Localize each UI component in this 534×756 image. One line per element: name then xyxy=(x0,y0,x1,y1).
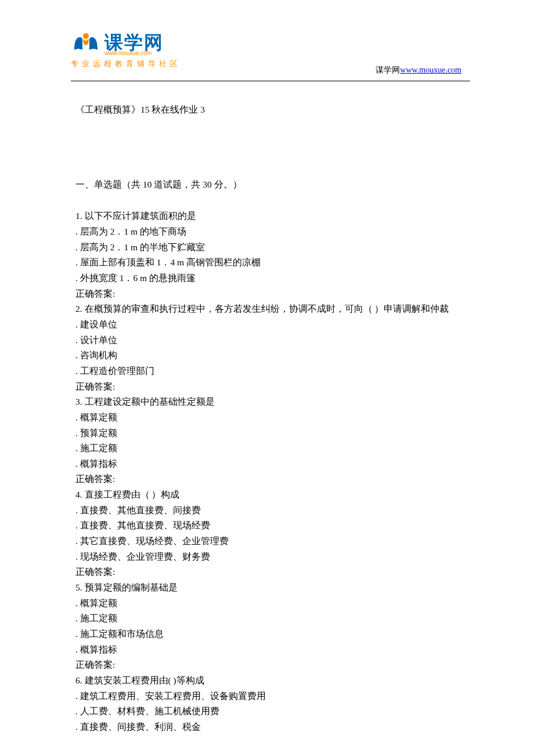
question-stem: 1. 以下不应计算建筑面积的是 xyxy=(75,208,461,224)
correct-answer-label: 正确答案: xyxy=(75,564,461,580)
question-option: . 层高为 2．1 m 的地下商场 xyxy=(75,224,461,240)
page-header: 课学网 www.mouxue.com 专业远程教育辅导社区 谋学网www.mou… xyxy=(0,0,534,75)
question-option: . 概算指标 xyxy=(75,456,461,472)
question-option: . 建筑工程费用、安装工程费用、设备购置费用 xyxy=(75,689,461,704)
logo-name: 课学网 xyxy=(104,33,164,52)
correct-answer-label: 正确答案: xyxy=(75,379,461,395)
logo-url-small: www.mouxue.com xyxy=(104,51,164,56)
question-option: . 概算指标 xyxy=(75,642,461,658)
site-label: 谋学网 xyxy=(376,66,400,74)
question-option: . 概算定额 xyxy=(75,410,461,426)
questions-container: 1. 以下不应计算建筑面积的是. 层高为 2．1 m 的地下商场. 层高为 2．… xyxy=(75,208,461,735)
logo-subtitle: 专业远程教育辅导社区 xyxy=(71,59,181,69)
question-option: . 建设单位 xyxy=(75,317,461,333)
question-option: . 工程造价管理部门 xyxy=(75,363,461,379)
correct-answer-label: 正确答案: xyxy=(75,657,461,673)
document-content: 《工程概预算》15 秋在线作业 3 一、单选题（共 10 道试题，共 30 分。… xyxy=(0,81,534,735)
section-header: 一、单选题（共 10 道试题，共 30 分。） xyxy=(75,177,461,193)
question-option: . 外挑宽度 1．6 m 的悬挑雨篷 xyxy=(75,271,461,286)
question-option: . 咨询机构 xyxy=(75,348,461,363)
question-option: . 施工定额 xyxy=(75,441,461,456)
question-option: . 直接费、间接费、利润、税金 xyxy=(75,719,461,735)
logo-icon xyxy=(71,33,101,57)
document-title: 《工程概预算》15 秋在线作业 3 xyxy=(75,102,461,118)
question-option: . 施工定额 xyxy=(75,611,461,627)
header-site-link: 谋学网www.mouxue.com xyxy=(376,65,461,75)
site-link[interactable]: www.mouxue.com xyxy=(400,66,461,74)
correct-answer-label: 正确答案: xyxy=(75,286,461,302)
question-stem: 4. 直接工程费由（ ）构成 xyxy=(75,487,461,503)
question-option: . 屋面上部有顶盖和 1．4 m 高钢管围栏的凉棚 xyxy=(75,255,461,271)
question-option: . 人工费、材料费、施工机械使用费 xyxy=(75,704,461,719)
question-option: . 现场经费、企业管理费、财务费 xyxy=(75,549,461,565)
question-option: . 直接费、其他直接费、间接费 xyxy=(75,503,461,519)
question-option: . 预算定额 xyxy=(75,426,461,441)
question-option: . 施工定额和市场信息 xyxy=(75,627,461,642)
question-option: . 设计单位 xyxy=(75,333,461,348)
question-stem: 5. 预算定额的编制基础是 xyxy=(75,580,461,596)
svg-point-0 xyxy=(83,33,89,39)
question-option: . 直接费、其他直接费、现场经费 xyxy=(75,518,461,534)
question-option: . 其它直接费、现场经费、企业管理费 xyxy=(75,534,461,549)
question-stem: 3. 工程建设定额中的基础性定额是 xyxy=(75,394,461,410)
question-option: . 层高为 2．1 m 的半地下贮藏室 xyxy=(75,240,461,255)
question-stem: 6. 建筑安装工程费用由( )等构成 xyxy=(75,673,461,689)
logo-block: 课学网 www.mouxue.com 专业远程教育辅导社区 xyxy=(71,33,181,69)
question-option: . 概算定额 xyxy=(75,596,461,611)
correct-answer-label: 正确答案: xyxy=(75,471,461,487)
question-stem: 2. 在概预算的审查和执行过程中，各方若发生纠纷，协调不成时，可向（ ）申请调解… xyxy=(75,301,461,317)
